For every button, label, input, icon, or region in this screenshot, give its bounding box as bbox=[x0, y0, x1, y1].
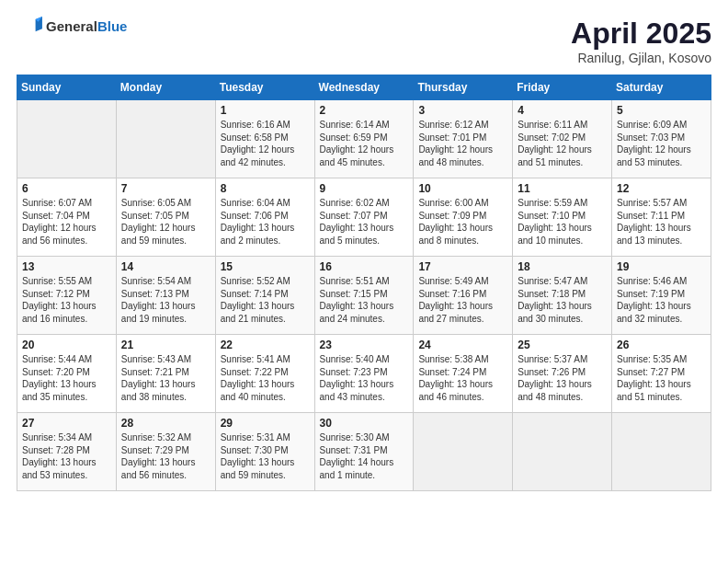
calendar-cell: 11Sunrise: 5:59 AM Sunset: 7:10 PM Dayli… bbox=[513, 178, 612, 257]
day-detail: Sunrise: 5:55 AM Sunset: 7:12 PM Dayligh… bbox=[22, 276, 97, 324]
day-detail: Sunrise: 6:00 AM Sunset: 7:09 PM Dayligh… bbox=[418, 198, 493, 246]
day-number: 15 bbox=[221, 260, 310, 273]
calendar-cell: 24Sunrise: 5:38 AM Sunset: 7:24 PM Dayli… bbox=[414, 335, 513, 413]
day-detail: Sunrise: 5:47 AM Sunset: 7:18 PM Dayligh… bbox=[518, 276, 592, 324]
calendar-cell: 12Sunrise: 5:57 AM Sunset: 7:11 PM Dayli… bbox=[612, 178, 711, 257]
day-number: 28 bbox=[121, 417, 210, 430]
weekday-header-monday: Monday bbox=[116, 75, 215, 100]
day-detail: Sunrise: 5:38 AM Sunset: 7:24 PM Dayligh… bbox=[418, 354, 493, 402]
day-number: 9 bbox=[320, 182, 409, 195]
day-number: 1 bbox=[221, 104, 310, 117]
day-number: 6 bbox=[22, 182, 111, 195]
weekday-header-row: SundayMondayTuesdayWednesdayThursdayFrid… bbox=[17, 75, 711, 100]
day-number: 29 bbox=[221, 417, 310, 430]
day-number: 13 bbox=[22, 260, 111, 273]
day-detail: Sunrise: 5:52 AM Sunset: 7:14 PM Dayligh… bbox=[221, 276, 295, 324]
calendar-cell: 19Sunrise: 5:46 AM Sunset: 7:19 PM Dayli… bbox=[612, 257, 711, 335]
calendar-cell: 18Sunrise: 5:47 AM Sunset: 7:18 PM Dayli… bbox=[513, 257, 612, 335]
calendar-cell: 5Sunrise: 6:09 AM Sunset: 7:03 PM Daylig… bbox=[612, 100, 711, 178]
day-detail: Sunrise: 5:43 AM Sunset: 7:21 PM Dayligh… bbox=[121, 354, 196, 402]
calendar-cell bbox=[17, 100, 117, 178]
logo: GeneralBlue bbox=[17, 17, 127, 37]
calendar-page: GeneralBlue April 2025 Ranilug, Gjilan, … bbox=[0, 0, 728, 563]
logo-text: GeneralBlue bbox=[46, 18, 127, 35]
weekday-header-thursday: Thursday bbox=[414, 75, 513, 100]
week-row-5: 27Sunrise: 5:34 AM Sunset: 7:28 PM Dayli… bbox=[17, 413, 711, 491]
calendar-cell: 26Sunrise: 5:35 AM Sunset: 7:27 PM Dayli… bbox=[612, 335, 711, 413]
calendar-cell bbox=[116, 100, 215, 178]
calendar-cell: 30Sunrise: 5:30 AM Sunset: 7:31 PM Dayli… bbox=[314, 413, 414, 491]
day-number: 23 bbox=[320, 339, 409, 351]
day-detail: Sunrise: 6:07 AM Sunset: 7:04 PM Dayligh… bbox=[22, 198, 97, 246]
day-number: 11 bbox=[518, 182, 607, 195]
day-number: 25 bbox=[518, 339, 607, 351]
day-detail: Sunrise: 5:40 AM Sunset: 7:23 PM Dayligh… bbox=[320, 354, 394, 402]
logo-icon bbox=[17, 17, 42, 37]
day-number: 18 bbox=[518, 260, 607, 273]
day-detail: Sunrise: 5:44 AM Sunset: 7:20 PM Dayligh… bbox=[22, 354, 97, 402]
calendar-cell: 17Sunrise: 5:49 AM Sunset: 7:16 PM Dayli… bbox=[414, 257, 513, 335]
header: GeneralBlue April 2025 Ranilug, Gjilan, … bbox=[17, 17, 711, 65]
day-number: 27 bbox=[22, 417, 111, 430]
day-number: 8 bbox=[221, 182, 310, 195]
day-detail: Sunrise: 5:37 AM Sunset: 7:26 PM Dayligh… bbox=[518, 354, 592, 402]
calendar-cell bbox=[414, 413, 513, 491]
calendar-cell: 14Sunrise: 5:54 AM Sunset: 7:13 PM Dayli… bbox=[116, 257, 215, 335]
day-number: 10 bbox=[418, 182, 507, 195]
day-number: 19 bbox=[617, 260, 706, 273]
day-detail: Sunrise: 5:46 AM Sunset: 7:19 PM Dayligh… bbox=[617, 276, 691, 324]
calendar-cell: 27Sunrise: 5:34 AM Sunset: 7:28 PM Dayli… bbox=[17, 413, 117, 491]
logo-blue: Blue bbox=[97, 18, 128, 34]
week-row-2: 6Sunrise: 6:07 AM Sunset: 7:04 PM Daylig… bbox=[17, 178, 711, 257]
day-detail: Sunrise: 6:05 AM Sunset: 7:05 PM Dayligh… bbox=[121, 198, 196, 246]
week-row-1: 1Sunrise: 6:16 AM Sunset: 6:58 PM Daylig… bbox=[17, 100, 711, 178]
calendar-cell: 23Sunrise: 5:40 AM Sunset: 7:23 PM Dayli… bbox=[314, 335, 414, 413]
day-number: 22 bbox=[221, 339, 310, 351]
calendar-cell bbox=[612, 413, 711, 491]
day-number: 5 bbox=[617, 104, 706, 117]
calendar-cell: 10Sunrise: 6:00 AM Sunset: 7:09 PM Dayli… bbox=[414, 178, 513, 257]
day-detail: Sunrise: 6:16 AM Sunset: 6:58 PM Dayligh… bbox=[221, 120, 295, 167]
weekday-header-wednesday: Wednesday bbox=[314, 75, 414, 100]
calendar-cell: 25Sunrise: 5:37 AM Sunset: 7:26 PM Dayli… bbox=[513, 335, 612, 413]
calendar-cell bbox=[513, 413, 612, 491]
day-number: 16 bbox=[320, 260, 409, 273]
day-number: 14 bbox=[121, 260, 210, 273]
calendar-cell: 7Sunrise: 6:05 AM Sunset: 7:05 PM Daylig… bbox=[116, 178, 215, 257]
day-detail: Sunrise: 6:04 AM Sunset: 7:06 PM Dayligh… bbox=[221, 198, 295, 246]
day-number: 7 bbox=[121, 182, 210, 195]
title-block: April 2025 Ranilug, Gjilan, Kosovo bbox=[571, 17, 711, 65]
weekday-header-friday: Friday bbox=[513, 75, 612, 100]
day-detail: Sunrise: 5:51 AM Sunset: 7:15 PM Dayligh… bbox=[320, 276, 394, 324]
day-detail: Sunrise: 6:09 AM Sunset: 7:03 PM Dayligh… bbox=[617, 120, 691, 167]
day-detail: Sunrise: 5:59 AM Sunset: 7:10 PM Dayligh… bbox=[518, 198, 592, 246]
day-detail: Sunrise: 5:57 AM Sunset: 7:11 PM Dayligh… bbox=[617, 198, 691, 246]
day-number: 24 bbox=[418, 339, 507, 351]
day-number: 3 bbox=[418, 104, 507, 117]
calendar-title: April 2025 bbox=[571, 17, 711, 51]
day-detail: Sunrise: 5:34 AM Sunset: 7:28 PM Dayligh… bbox=[22, 432, 97, 480]
calendar-cell: 29Sunrise: 5:31 AM Sunset: 7:30 PM Dayli… bbox=[215, 413, 314, 491]
day-detail: Sunrise: 5:41 AM Sunset: 7:22 PM Dayligh… bbox=[221, 354, 295, 402]
day-detail: Sunrise: 5:49 AM Sunset: 7:16 PM Dayligh… bbox=[418, 276, 493, 324]
day-detail: Sunrise: 5:35 AM Sunset: 7:27 PM Dayligh… bbox=[617, 354, 691, 402]
day-number: 20 bbox=[22, 339, 111, 351]
day-detail: Sunrise: 5:32 AM Sunset: 7:29 PM Dayligh… bbox=[121, 432, 196, 480]
day-number: 2 bbox=[320, 104, 409, 117]
calendar-table: SundayMondayTuesdayWednesdayThursdayFrid… bbox=[17, 75, 711, 491]
day-detail: Sunrise: 5:54 AM Sunset: 7:13 PM Dayligh… bbox=[121, 276, 196, 324]
day-number: 17 bbox=[418, 260, 507, 273]
calendar-cell: 3Sunrise: 6:12 AM Sunset: 7:01 PM Daylig… bbox=[414, 100, 513, 178]
logo-general: General bbox=[46, 18, 97, 34]
day-detail: Sunrise: 6:02 AM Sunset: 7:07 PM Dayligh… bbox=[320, 198, 394, 246]
calendar-cell: 21Sunrise: 5:43 AM Sunset: 7:21 PM Dayli… bbox=[116, 335, 215, 413]
weekday-header-sunday: Sunday bbox=[17, 75, 117, 100]
day-detail: Sunrise: 5:31 AM Sunset: 7:30 PM Dayligh… bbox=[221, 432, 295, 480]
weekday-header-tuesday: Tuesday bbox=[215, 75, 314, 100]
day-detail: Sunrise: 6:11 AM Sunset: 7:02 PM Dayligh… bbox=[518, 120, 592, 167]
day-detail: Sunrise: 6:12 AM Sunset: 7:01 PM Dayligh… bbox=[418, 120, 493, 167]
calendar-location: Ranilug, Gjilan, Kosovo bbox=[571, 51, 711, 65]
day-number: 4 bbox=[518, 104, 607, 117]
day-number: 26 bbox=[617, 339, 706, 351]
calendar-cell: 8Sunrise: 6:04 AM Sunset: 7:06 PM Daylig… bbox=[215, 178, 314, 257]
